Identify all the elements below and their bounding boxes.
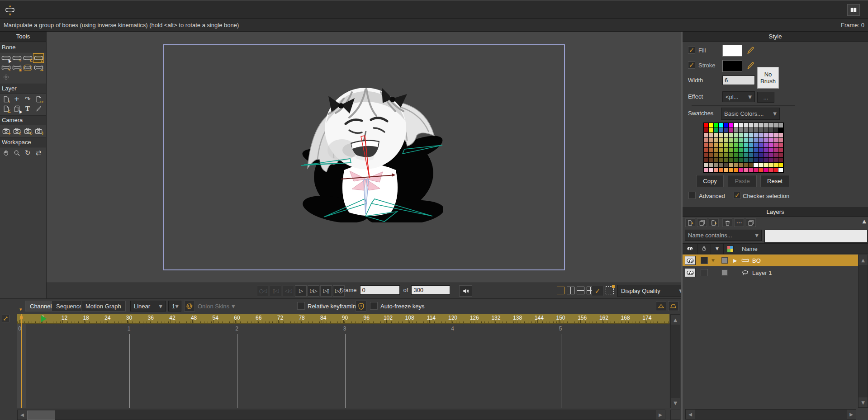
current-frame-input[interactable]	[360, 285, 400, 295]
reset-style-button[interactable]: Reset	[760, 175, 789, 187]
palette-swatch[interactable]	[744, 123, 749, 128]
palette-swatch[interactable]	[778, 133, 783, 138]
zoom-camera-tool[interactable]: ↕	[11, 126, 22, 136]
palette-swatch[interactable]	[734, 153, 739, 158]
palette-swatch[interactable]	[773, 158, 778, 163]
animation-column-icon[interactable]	[697, 244, 711, 254]
palette-swatch[interactable]	[778, 148, 783, 153]
palette-swatch[interactable]	[734, 123, 739, 128]
palette-swatch[interactable]	[754, 158, 759, 163]
palette-swatch[interactable]	[764, 158, 768, 163]
palette-swatch[interactable]	[724, 128, 729, 133]
palette-swatch[interactable]	[734, 143, 739, 148]
palette-swatch[interactable]	[714, 163, 719, 168]
palette-swatch[interactable]	[709, 133, 714, 138]
palette-swatch[interactable]	[719, 128, 724, 133]
palette-swatch[interactable]	[729, 133, 734, 138]
palette-swatch[interactable]	[744, 158, 749, 163]
layer-name[interactable]: BO	[752, 257, 761, 264]
palette-swatch[interactable]	[778, 128, 783, 133]
palette-swatch[interactable]	[709, 158, 714, 163]
palette-swatch[interactable]	[773, 163, 778, 168]
palette-swatch[interactable]	[724, 168, 729, 173]
palette-swatch[interactable]	[768, 153, 773, 158]
palette-swatch[interactable]	[759, 163, 764, 168]
palette-swatch[interactable]	[768, 123, 773, 128]
palette-swatch[interactable]	[729, 123, 734, 128]
palette-swatch[interactable]	[719, 123, 724, 128]
timeline-ruler[interactable]: 0612182430364248546066727884909610210811…	[17, 314, 669, 324]
layer-visibility-toggle[interactable]	[685, 256, 696, 265]
palette-swatch[interactable]	[704, 168, 709, 173]
copy-style-button[interactable]: Copy	[696, 175, 724, 187]
help-manual-button[interactable]	[847, 4, 860, 16]
palette-swatch[interactable]	[773, 133, 778, 138]
layer-row-bone[interactable]: ▼ ▶ BO	[683, 255, 863, 266]
palette-swatch[interactable]	[744, 163, 749, 168]
scale-layer-tool[interactable]: ↔	[33, 94, 44, 104]
palette-swatch[interactable]	[704, 158, 709, 163]
scroll-up-button[interactable]: ▲	[859, 255, 868, 265]
palette-swatch[interactable]	[739, 148, 744, 153]
more-layer-actions-button[interactable]: ⋯	[734, 218, 744, 227]
layer-search-input[interactable]	[764, 230, 868, 243]
play-button[interactable]: ▷	[295, 285, 307, 297]
relative-keyframing-checkbox[interactable]	[297, 302, 305, 310]
scroll-right-button[interactable]: ▶	[847, 410, 856, 419]
offset-bone-tool[interactable]: →	[33, 63, 44, 72]
palette-swatch[interactable]	[768, 163, 773, 168]
add-bone-tool[interactable]: ✎	[0, 63, 11, 72]
palette-swatch[interactable]	[724, 143, 729, 148]
rotate-layer-tool[interactable]: ↷	[22, 94, 33, 104]
layers-horizontal-scrollbar[interactable]: ◀ ▶	[685, 409, 856, 420]
palette-swatch[interactable]	[729, 158, 734, 163]
palette-swatch[interactable]	[768, 138, 773, 143]
palette-swatch[interactable]	[749, 123, 754, 128]
palette-swatch[interactable]	[734, 168, 739, 173]
palette-swatch[interactable]	[759, 168, 764, 173]
palette-swatch[interactable]	[754, 168, 759, 173]
palette-swatch[interactable]	[719, 163, 724, 168]
palette-swatch[interactable]	[739, 143, 744, 148]
palette-swatch[interactable]	[724, 158, 729, 163]
palette-swatch[interactable]	[724, 123, 729, 128]
palette-swatch[interactable]	[724, 153, 729, 158]
palette-swatch[interactable]	[709, 163, 714, 168]
timeline-track-area[interactable]: 012345	[17, 324, 669, 408]
select-region-icon-button[interactable]	[606, 286, 614, 294]
current-frame-line[interactable]	[21, 314, 22, 408]
eyedropper-tool[interactable]	[33, 104, 44, 113]
palette-swatch[interactable]	[749, 158, 754, 163]
palette-swatch[interactable]	[714, 153, 719, 158]
keyframe-shield-button[interactable]	[356, 301, 366, 311]
canvas-workspace[interactable]: ○◁▯◁◁◁▷▷▷▷▯▷○ Frame of ✓ Display Quality…	[47, 32, 681, 283]
delete-layer-button[interactable]	[722, 218, 732, 227]
loop-count-dropdown[interactable]: 1 ▼	[168, 301, 181, 311]
palette-swatch[interactable]	[744, 168, 749, 173]
paste-style-button[interactable]: Paste	[728, 175, 757, 187]
split-vertical-view-button[interactable]	[567, 287, 574, 294]
enable-drawing-tools-button[interactable]: ✓	[592, 286, 603, 296]
palette-swatch[interactable]	[768, 128, 773, 133]
palette-swatch[interactable]	[773, 123, 778, 128]
palette-swatch[interactable]	[773, 143, 778, 148]
palette-swatch[interactable]	[754, 128, 759, 133]
palette-swatch[interactable]	[709, 143, 714, 148]
palette-swatch[interactable]	[754, 153, 759, 158]
palette-swatch[interactable]	[734, 133, 739, 138]
previous-keyframe-button[interactable]: ▯◁	[270, 285, 281, 297]
palette-swatch[interactable]	[709, 148, 714, 153]
fill-color-swatch[interactable]	[722, 45, 742, 57]
palette-swatch[interactable]	[778, 168, 783, 173]
palette-swatch[interactable]	[749, 138, 754, 143]
active-tool-indicator[interactable]: ▲ ▼	[4, 3, 16, 17]
palette-swatch[interactable]	[704, 133, 709, 138]
color-palette-grid[interactable]	[703, 123, 784, 173]
palette-swatch[interactable]	[719, 168, 724, 173]
palette-swatch[interactable]	[773, 128, 778, 133]
scroll-left-button[interactable]: ◀	[686, 410, 695, 419]
manipulate-bones-tool[interactable]: ↕	[33, 53, 44, 63]
palette-swatch[interactable]	[749, 128, 754, 133]
roll-camera-tool[interactable]: ↻	[22, 126, 33, 136]
interpolation-dropdown[interactable]: Linear ▼	[130, 301, 166, 311]
